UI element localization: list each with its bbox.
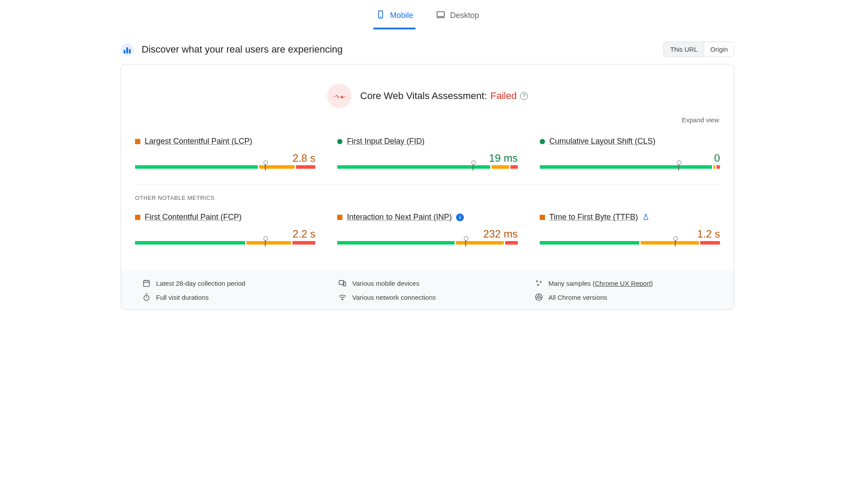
- assessment-row: -∿-▴- Core Web Vitals Assessment: Failed…: [133, 75, 722, 111]
- metric-value: 19 ms: [489, 152, 517, 164]
- svg-point-12: [537, 284, 539, 286]
- distribution-bar: [135, 241, 315, 246]
- network-icon: [338, 293, 347, 302]
- footer-network: Various network connections: [338, 293, 517, 302]
- svg-line-21: [536, 298, 538, 298]
- tab-desktop-label: Desktop: [450, 11, 479, 20]
- assessment-status: Failed: [491, 90, 517, 102]
- metric-name-link[interactable]: First Input Delay (FID): [347, 137, 424, 146]
- footer-devices: Various mobile devices: [338, 279, 517, 287]
- metric-name-link[interactable]: First Contentful Paint (FCP): [145, 213, 242, 222]
- mobile-icon: [376, 10, 385, 21]
- device-tabs: Mobile Desktop: [112, 0, 743, 29]
- help-icon[interactable]: ?: [520, 92, 528, 100]
- core-metrics-grid: Largest Contentful Paint (LCP) 2.8 s Fir…: [133, 125, 722, 185]
- samples-icon: [534, 279, 543, 287]
- status-indicator: [540, 139, 545, 144]
- other-metrics-grid: First Contentful Paint (FCP) 2.2 s Inter…: [133, 201, 722, 260]
- scope-this-url[interactable]: This URL: [664, 42, 704, 57]
- footer-period: Latest 28-day collection period: [142, 279, 321, 287]
- calendar-icon: [142, 279, 151, 287]
- desktop-icon: [436, 10, 445, 21]
- svg-point-10: [536, 280, 538, 282]
- core-metric-0: Largest Contentful Paint (LCP) 2.8 s: [135, 137, 315, 170]
- vitals-panel: -∿-▴- Core Web Vitals Assessment: Failed…: [121, 64, 734, 310]
- footer-samples: Many samples (Chrome UX Report): [534, 279, 713, 287]
- other-metric-1: Interaction to Next Paint (INP) i 232 ms: [337, 213, 517, 246]
- svg-line-20: [540, 298, 542, 298]
- metric-value: 1.2 s: [697, 228, 720, 240]
- footer-versions: All Chrome versions: [534, 293, 713, 302]
- metric-value: 232 ms: [483, 228, 518, 240]
- distribution-bar: [135, 165, 315, 170]
- page-title: Discover what your real users are experi…: [142, 44, 343, 55]
- svg-point-16: [342, 299, 343, 300]
- percentile-marker: [265, 163, 266, 170]
- svg-rect-4: [143, 280, 149, 286]
- svg-point-11: [540, 281, 542, 283]
- metric-name-link[interactable]: Cumulative Layout Shift (CLS): [549, 137, 656, 146]
- other-metrics-label: OTHER NOTABLE METRICS: [133, 185, 722, 201]
- info-icon[interactable]: i: [456, 213, 464, 221]
- other-metric-0: First Contentful Paint (FCP) 2.2 s: [135, 213, 315, 246]
- scope-origin[interactable]: Origin: [704, 42, 734, 57]
- percentile-marker: [465, 239, 466, 246]
- devices-icon: [338, 279, 347, 287]
- tab-mobile[interactable]: Mobile: [373, 6, 416, 29]
- status-indicator: [337, 139, 342, 144]
- core-metric-1: First Input Delay (FID) 19 ms: [337, 137, 517, 170]
- header-row: Discover what your real users are experi…: [112, 29, 743, 64]
- metric-name-link[interactable]: Time to First Byte (TTFB): [549, 213, 638, 222]
- distribution-bar: [540, 241, 720, 246]
- percentile-marker: [678, 163, 679, 170]
- metric-name-link[interactable]: Largest Contentful Paint (LCP): [145, 137, 252, 146]
- metric-value: 0: [714, 152, 720, 164]
- metric-value: 2.8 s: [292, 152, 315, 164]
- vitals-pulse-icon: -∿-▴-: [327, 84, 352, 108]
- expand-view-link[interactable]: Expand view: [133, 111, 722, 125]
- panel-footer: Latest 28-day collection period Various …: [121, 271, 734, 309]
- distribution-bar: [540, 165, 720, 170]
- scope-toggle: This URL Origin: [663, 42, 734, 57]
- status-indicator: [135, 215, 140, 220]
- percentile-marker: [473, 163, 474, 170]
- percentile-marker: [675, 239, 676, 246]
- real-users-icon: [121, 43, 134, 56]
- chrome-ux-report-link[interactable]: Chrome UX Report: [595, 280, 651, 287]
- chrome-icon: [534, 293, 543, 302]
- assessment-label: Core Web Vitals Assessment:: [360, 90, 487, 102]
- distribution-bar: [337, 165, 517, 170]
- stopwatch-icon: [142, 293, 151, 302]
- status-indicator: [337, 215, 342, 220]
- percentile-marker: [265, 239, 266, 246]
- flask-icon[interactable]: [642, 213, 649, 221]
- core-metric-2: Cumulative Layout Shift (CLS) 0: [540, 137, 720, 170]
- status-indicator: [540, 215, 545, 220]
- metric-value: 2.2 s: [292, 228, 315, 240]
- distribution-bar: [337, 241, 517, 246]
- footer-durations: Full visit durations: [142, 293, 321, 302]
- svg-rect-2: [437, 12, 445, 17]
- status-indicator: [135, 139, 140, 144]
- tab-mobile-label: Mobile: [390, 11, 413, 20]
- other-metric-2: Time to First Byte (TTFB) 1.2 s: [540, 213, 720, 246]
- metric-name-link[interactable]: Interaction to Next Paint (INP): [347, 213, 452, 222]
- svg-point-18: [538, 296, 540, 298]
- tab-desktop[interactable]: Desktop: [433, 6, 481, 29]
